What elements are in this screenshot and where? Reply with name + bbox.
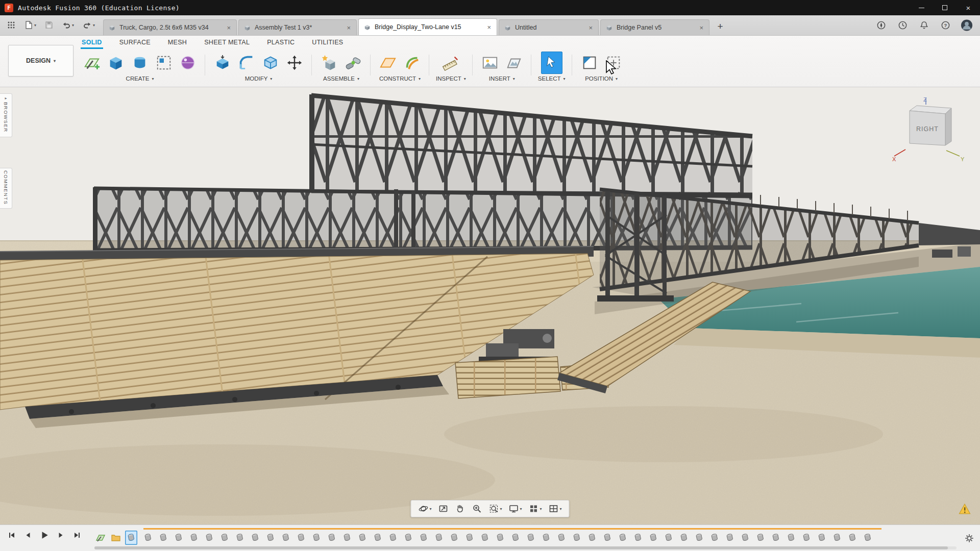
web-home-button[interactable] <box>875 19 887 31</box>
timeline-feature-icon[interactable] <box>678 531 690 545</box>
viewport-3d[interactable]: ▸ BROWSER COMMENTS X Y Z RIGHT ▾ <box>0 87 980 524</box>
minimize-button[interactable] <box>910 0 933 15</box>
timeline-feature-icon[interactable] <box>418 531 429 545</box>
document-tab-active[interactable]: Bridge_Display_Two-Lane v15 × <box>358 18 497 35</box>
tab-surface[interactable]: SURFACE <box>118 36 152 49</box>
app-grid-button[interactable] <box>5 19 17 31</box>
job-status-button[interactable] <box>896 19 909 31</box>
timeline-feature-icon[interactable] <box>770 531 781 545</box>
help-button[interactable]: ? <box>939 19 951 31</box>
select-menu[interactable]: SELECT▾ <box>538 76 566 82</box>
tab-close-button[interactable]: × <box>486 23 492 31</box>
timeline-feature-icon[interactable] <box>204 531 215 545</box>
timeline-feature-icon[interactable] <box>341 531 353 545</box>
timeline-feature-icon[interactable] <box>403 531 414 545</box>
close-button[interactable]: × <box>957 0 980 15</box>
timeline-feature-icon[interactable] <box>862 531 873 545</box>
zoom-button[interactable] <box>470 502 484 515</box>
timeline-feature-icon[interactable] <box>326 531 337 545</box>
timeline-feature-icon[interactable] <box>740 531 751 545</box>
timeline-current-marker[interactable] <box>125 531 137 545</box>
timeline-feature-icon[interactable] <box>495 531 506 545</box>
timeline-feature-icon[interactable] <box>541 531 552 545</box>
play-button[interactable] <box>38 529 51 541</box>
3d-model-canvas[interactable] <box>0 87 980 524</box>
timeline-feature-icon[interactable] <box>433 531 445 545</box>
undo-button[interactable]: ▾ <box>60 19 76 31</box>
timeline-feature-icon[interactable] <box>296 531 307 545</box>
inspect-menu[interactable]: INSPECT▾ <box>436 76 466 82</box>
construct-plane-button[interactable] <box>377 52 399 74</box>
grid-snaps-button[interactable]: ▾ <box>527 502 544 515</box>
timeline-feature-icon[interactable] <box>479 531 491 545</box>
timeline-feature-icon[interactable] <box>724 531 736 545</box>
create-sketch-button[interactable] <box>81 52 103 74</box>
timeline-feature-icon[interactable] <box>847 531 858 545</box>
timeline-feature-icon[interactable] <box>387 531 399 545</box>
pattern-button[interactable] <box>153 52 175 74</box>
capture-position-button[interactable] <box>579 52 600 74</box>
press-pull-button[interactable] <box>212 52 233 74</box>
shell-button[interactable] <box>260 52 281 74</box>
step-back-button[interactable] <box>21 529 34 541</box>
tab-plastic[interactable]: PLASTIC <box>266 36 296 49</box>
extrude-button[interactable] <box>129 52 151 74</box>
assemble-menu[interactable]: ASSEMBLE▾ <box>323 76 359 82</box>
tab-close-button[interactable]: × <box>346 24 352 32</box>
tab-sheet-metal[interactable]: SHEET METAL <box>203 36 251 49</box>
timeline-feature-icon[interactable] <box>372 531 383 545</box>
timeline-feature-icon[interactable] <box>449 531 460 545</box>
tab-utilities[interactable]: UTILITIES <box>311 36 344 49</box>
tab-solid[interactable]: SOLID <box>81 36 103 49</box>
timeline-feature-icon[interactable] <box>632 531 644 545</box>
look-at-button[interactable] <box>436 502 450 515</box>
document-tab[interactable]: Truck, Cargo, 2.5t 6x6 M35 v34 × <box>103 19 237 35</box>
view-cube[interactable]: X Y Z RIGHT <box>889 95 966 163</box>
timeline-group-folder[interactable] <box>110 531 122 545</box>
file-menu-button[interactable]: ▾ <box>22 19 38 31</box>
new-component-button[interactable] <box>318 52 340 74</box>
tab-mesh[interactable]: MESH <box>167 36 188 49</box>
timeline-feature-icon[interactable] <box>663 531 674 545</box>
timeline-feature-icon[interactable] <box>311 531 322 545</box>
timeline-feature-icon[interactable] <box>586 531 598 545</box>
timeline-feature-icon[interactable] <box>816 531 827 545</box>
timeline-feature-icon[interactable] <box>234 531 246 545</box>
timeline-feature-icon[interactable] <box>617 531 628 545</box>
joint-button[interactable] <box>342 52 364 74</box>
workspace-selector[interactable]: DESIGN ▾ <box>8 45 74 77</box>
tab-close-button[interactable]: × <box>226 24 232 32</box>
document-tab[interactable]: Bridge Panel v5 × <box>600 19 709 35</box>
timeline-feature-icon[interactable] <box>250 531 261 545</box>
timeline-strip[interactable] <box>94 527 944 546</box>
timeline-settings-button[interactable] <box>965 534 974 545</box>
revert-position-button[interactable] <box>603 52 624 74</box>
timeline-feature-icon[interactable] <box>755 531 766 545</box>
comments-panel-tab[interactable]: COMMENTS <box>0 168 12 209</box>
notifications-button[interactable] <box>918 19 930 31</box>
position-menu[interactable]: POSITION▾ <box>585 76 618 82</box>
step-forward-button[interactable] <box>54 529 67 541</box>
insert-image-button[interactable] <box>479 52 501 74</box>
go-to-start-button[interactable] <box>5 529 18 541</box>
viewports-button[interactable]: ▾ <box>547 502 564 515</box>
create-menu[interactable]: CREATE▾ <box>126 76 154 82</box>
tab-close-button[interactable]: × <box>587 24 594 32</box>
timeline-feature-icon[interactable] <box>831 531 843 545</box>
timeline-sketch-feature[interactable] <box>94 531 107 545</box>
timeline-feature-icon[interactable] <box>510 531 521 545</box>
timeline-feature-icon[interactable] <box>525 531 536 545</box>
create-form-button[interactable] <box>177 52 199 74</box>
new-tab-button[interactable]: + <box>714 20 727 33</box>
warning-button[interactable] <box>959 504 971 516</box>
document-tab[interactable]: Untitled × <box>499 19 599 35</box>
construct-menu[interactable]: CONSTRUCT▾ <box>379 76 421 82</box>
fit-button[interactable]: ▾ <box>486 502 504 515</box>
timeline-feature-icon[interactable] <box>556 531 567 545</box>
construct-axis-button[interactable] <box>401 52 423 74</box>
timeline-feature-icon[interactable] <box>158 531 169 545</box>
timeline-scrollbar[interactable] <box>94 546 957 549</box>
select-tool-button[interactable] <box>541 52 562 74</box>
insert-canvas-button[interactable] <box>503 52 525 74</box>
timeline-feature-icon[interactable] <box>280 531 291 545</box>
